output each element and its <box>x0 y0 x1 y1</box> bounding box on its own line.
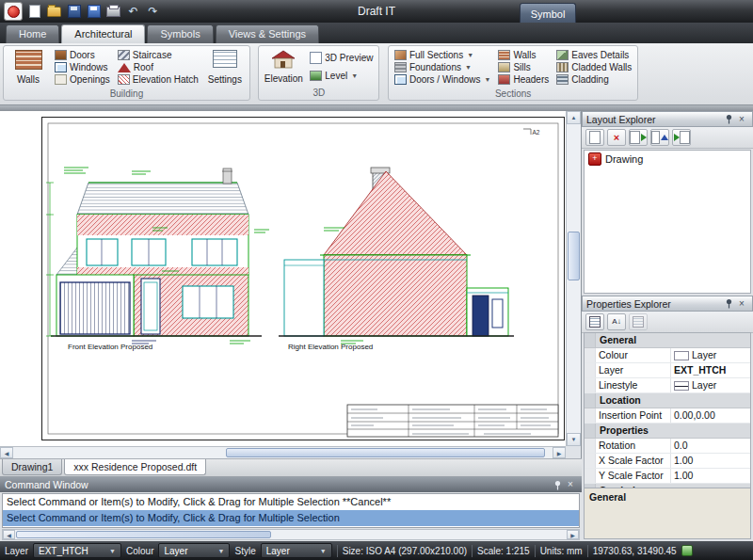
doc-tab-residence[interactable]: xxx Residence Proposed.dft <box>64 459 206 475</box>
command-window-title: Command Window <box>5 479 551 490</box>
elevation-button[interactable]: Elevation <box>263 48 304 86</box>
horizontal-scroll-thumb[interactable] <box>16 531 271 538</box>
property-row-linestyle[interactable]: Linestyle Layer <box>585 378 750 393</box>
colour-dropdown[interactable]: Layer▼ <box>158 543 230 558</box>
title-block[interactable] <box>347 405 558 437</box>
symbol-context-tab[interactable]: Symbol <box>520 3 576 24</box>
property-row-insertion-point[interactable]: Insertion Point 0.00,0.00 <box>585 408 750 424</box>
property-row-colour[interactable]: Colour Layer <box>585 348 750 363</box>
canvas-horizontal-scrollbar[interactable]: ◀ ▶ <box>0 446 566 458</box>
layout-item-drawing[interactable]: + Drawing <box>585 151 750 168</box>
pin-icon[interactable] <box>722 113 735 125</box>
checkbox-icon <box>310 52 322 64</box>
application-window: ↶ ↷ Draft IT Symbol Home Architectural S… <box>0 0 753 560</box>
properties-explorer-header[interactable]: Properties Explorer × <box>582 296 753 312</box>
layer-dropdown[interactable]: EXT_HTCH▼ <box>33 543 121 558</box>
pin-icon[interactable] <box>722 297 735 310</box>
import-layout-button[interactable] <box>672 129 691 146</box>
pin-icon[interactable] <box>551 479 564 491</box>
3d-preview-checkbox[interactable]: 3D Preview <box>308 52 375 64</box>
sills-icon <box>498 62 510 72</box>
sills-button[interactable]: Sills <box>496 61 551 73</box>
command-line-selected[interactable]: Select Command or Item(s) to Modify, Cli… <box>3 510 579 526</box>
scroll-left-button[interactable]: ◀ <box>0 447 13 458</box>
roof-button[interactable]: Roof <box>116 61 200 73</box>
save-icon[interactable] <box>66 4 82 20</box>
eaves-details-button[interactable]: Eaves Details <box>554 49 633 61</box>
command-history[interactable]: Select Command or Item(s) to Modify, Cli… <box>2 493 580 528</box>
status-bar: Layer EXT_HTCH▼ Colour Layer▼ Style Laye… <box>0 541 753 560</box>
headers-button[interactable]: Headers <box>496 73 551 86</box>
property-section[interactable]: General <box>585 333 750 348</box>
drawing-page-svg[interactable]: A2 <box>41 117 565 440</box>
scroll-right-button[interactable]: ▶ <box>553 447 566 458</box>
elevation-hatch-button[interactable]: Elevation Hatch <box>116 73 200 86</box>
export-layout-button[interactable] <box>650 129 669 146</box>
scale-readout: Scale: 1:215 <box>477 546 530 556</box>
scroll-right-button[interactable]: ▶ <box>567 530 579 539</box>
opening-icon <box>55 74 67 85</box>
close-icon[interactable]: × <box>564 479 577 491</box>
scroll-left-button[interactable]: ◀ <box>3 530 15 539</box>
sort-az-icon: A↓ <box>612 318 620 326</box>
categorized-view-button[interactable] <box>585 313 604 330</box>
copy-layout-button[interactable] <box>629 129 648 146</box>
scroll-down-button[interactable]: ▼ <box>567 433 581 446</box>
tab-views-settings[interactable]: Views & Settings <box>216 24 319 43</box>
windows-button[interactable]: Windows <box>53 61 112 73</box>
cladded-walls-button[interactable]: Cladded Walls <box>554 61 633 73</box>
drawing-view[interactable]: A2 <box>0 111 566 446</box>
app-logo-icon[interactable] <box>4 2 23 21</box>
staircase-button[interactable]: Staircase <box>116 49 200 61</box>
property-grid: General Colour Layer Layer EXT_HTCH Line… <box>584 332 751 500</box>
new-file-icon[interactable] <box>26 4 42 20</box>
tab-architectural[interactable]: Architectural <box>61 24 145 43</box>
elevation-icon <box>271 50 296 69</box>
redo-icon[interactable]: ↷ <box>145 4 161 20</box>
settings-button[interactable]: Settings <box>204 48 246 87</box>
save-all-icon[interactable] <box>86 4 102 20</box>
full-sections-button[interactable]: Full Sections▼ <box>393 49 493 61</box>
property-row-layer[interactable]: Layer EXT_HTCH <box>585 363 750 378</box>
tab-home[interactable]: Home <box>6 24 59 43</box>
vertical-scroll-thumb[interactable] <box>568 232 580 280</box>
canvas-vertical-scrollbar[interactable]: ▲ ▼ <box>566 111 581 446</box>
drawing-canvas[interactable]: A2 <box>0 111 582 458</box>
undo-icon[interactable]: ↶ <box>125 4 141 20</box>
property-pages-button[interactable] <box>629 313 648 330</box>
layout-list[interactable]: + Drawing <box>584 150 751 294</box>
cladding-button[interactable]: Cladding <box>554 73 633 86</box>
property-row-y-scale[interactable]: Y Scale Factor 1.00 <box>585 469 750 484</box>
foundations-button[interactable]: Foundations▼ <box>393 61 493 73</box>
property-row-rotation[interactable]: Rotation 0.0 <box>585 439 750 454</box>
close-icon[interactable]: × <box>735 297 748 310</box>
openings-button[interactable]: Openings <box>53 73 112 86</box>
walls-button[interactable]: Walls <box>8 48 49 87</box>
level-button[interactable]: Level▼ <box>308 70 375 82</box>
delete-layout-button[interactable]: × <box>607 129 626 146</box>
doc-tab-drawing1[interactable]: Drawing1 <box>2 459 62 475</box>
new-layout-button[interactable] <box>585 129 604 146</box>
level-icon <box>310 71 322 81</box>
command-horizontal-scrollbar[interactable]: ◀ ▶ <box>2 529 580 540</box>
horizontal-scroll-thumb[interactable] <box>226 448 545 457</box>
property-row-x-scale[interactable]: X Scale Factor 1.00 <box>585 454 750 469</box>
style-dropdown[interactable]: Layer▼ <box>261 543 332 558</box>
property-section[interactable]: Location <box>585 393 750 408</box>
hatch-icon <box>118 74 130 85</box>
command-window-header[interactable]: Command Window × <box>0 477 582 492</box>
scroll-up-button[interactable]: ▲ <box>567 111 581 124</box>
alphabetical-sort-button[interactable]: A↓ <box>607 313 626 330</box>
section-walls-button[interactable]: Walls <box>496 49 551 61</box>
doors-windows-button[interactable]: Doors / Windows▼ <box>393 73 493 86</box>
open-file-icon[interactable] <box>46 4 62 20</box>
status-indicator-icon[interactable] <box>681 545 693 556</box>
tab-symbols[interactable]: Symbols <box>147 24 213 43</box>
command-line[interactable]: Select Command or Item(s) to Modify, Cli… <box>3 494 579 510</box>
close-icon[interactable]: × <box>735 113 748 125</box>
layout-explorer-header[interactable]: Layout Explorer × <box>582 111 753 127</box>
property-section[interactable]: Properties <box>585 424 750 439</box>
doors-button[interactable]: Doors <box>53 49 112 61</box>
doors-windows-icon <box>394 74 407 85</box>
print-icon[interactable] <box>105 4 121 20</box>
